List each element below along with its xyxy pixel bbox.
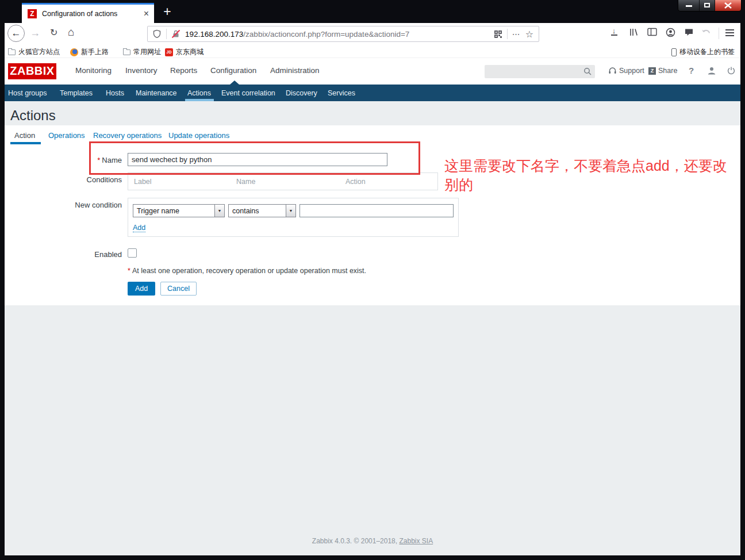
new-tab-button[interactable]: +: [160, 5, 175, 20]
back-button[interactable]: ←: [7, 25, 25, 42]
browser-tab[interactable]: Z Configuration of actions ×: [22, 3, 154, 23]
forward-button[interactable]: →: [30, 27, 40, 39]
tab-action[interactable]: Action: [14, 131, 35, 140]
chat-bubble-icon[interactable]: [684, 28, 694, 39]
page-actions-icon[interactable]: ⋯: [512, 29, 521, 39]
reload-button[interactable]: ↻: [50, 27, 57, 38]
urlbar-divider: [507, 29, 508, 39]
subnav-actions[interactable]: Actions: [187, 89, 211, 97]
add-button[interactable]: Add: [128, 282, 155, 296]
cancel-button[interactable]: Cancel: [160, 282, 197, 296]
support-label: Support: [619, 67, 644, 75]
bookmark-label: 火狐官方站点: [18, 47, 60, 57]
required-note: *At least one operation, recovery operat…: [128, 267, 366, 275]
required-asterisk: *: [128, 267, 130, 275]
firefox-icon: [70, 48, 78, 56]
mobile-bookmarks-item[interactable]: 移动设备上的书签: [671, 47, 735, 57]
condition-operator-value: contains: [229, 207, 286, 215]
conditions-header-name: Name: [236, 178, 255, 186]
search-icon: [583, 67, 592, 76]
condition-operator-select[interactable]: contains ▼: [228, 204, 296, 217]
bookmark-item[interactable]: JD 京东商城: [165, 47, 203, 57]
bookmark-star-icon[interactable]: ☆: [525, 29, 533, 40]
active-menu-notch: [230, 80, 239, 85]
subnav-services[interactable]: Services: [328, 89, 355, 97]
tab-update-operations[interactable]: Update operations: [168, 131, 229, 140]
url-path: /zabbix/actionconf.php?form=update&actio…: [243, 30, 409, 39]
qr-scan-icon[interactable]: [494, 30, 502, 39]
condition-type-value: Trigger name: [133, 207, 214, 215]
chevron-down-icon: ▼: [286, 205, 295, 217]
add-condition-link[interactable]: Add: [133, 224, 145, 232]
page-content: Actions Action Operations Recovery opera…: [5, 101, 740, 555]
global-search-input[interactable]: [485, 65, 595, 78]
annotation-highlight-box: [89, 141, 420, 175]
help-icon[interactable]: ?: [689, 66, 694, 75]
toolbar-divider: [719, 28, 719, 39]
library-icon[interactable]: [629, 28, 639, 39]
share-link[interactable]: Z Share: [648, 67, 677, 75]
minimize-button[interactable]: [678, 0, 700, 11]
folder-icon: [123, 49, 130, 55]
url-text[interactable]: 192.168.200.173/zabbix/actionconf.php?fo…: [185, 30, 409, 39]
tab-recovery-operations[interactable]: Recovery operations: [93, 131, 162, 140]
bookmark-item[interactable]: 常用网址: [123, 47, 161, 57]
enabled-checkbox[interactable]: [128, 248, 137, 258]
tracking-protection-shield-icon[interactable]: [152, 29, 162, 39]
home-button[interactable]: ⌂: [68, 26, 74, 39]
folder-icon: [8, 49, 16, 55]
jd-logo-icon: JD: [165, 48, 173, 56]
undo-sync-icon[interactable]: [701, 28, 711, 39]
zabbix-share-icon: Z: [648, 67, 656, 75]
bookmark-item[interactable]: 火狐官方站点: [8, 47, 60, 57]
subnav-hosts[interactable]: Hosts: [106, 89, 124, 97]
browser-chrome: ← → ↻ ⌂ 192.168.200.173/zabbix/actioncon…: [5, 23, 740, 57]
zabbix-subnav: Host groups Templates Hosts Maintenance …: [5, 85, 740, 101]
nav-administration[interactable]: Administration: [270, 66, 320, 75]
support-link[interactable]: Support: [608, 67, 644, 75]
zabbix-favicon-icon: Z: [28, 9, 37, 18]
subnav-templates[interactable]: Templates: [60, 89, 93, 97]
enabled-label: Enabled: [39, 250, 122, 259]
nav-reports[interactable]: Reports: [170, 66, 197, 75]
subnav-discovery[interactable]: Discovery: [286, 89, 317, 97]
page-title: Actions: [10, 108, 56, 124]
new-condition-label: New condition: [28, 201, 122, 209]
share-label: Share: [658, 67, 677, 75]
nav-configuration[interactable]: Configuration: [210, 66, 256, 75]
new-condition-box: Trigger name ▼ contains ▼ Add: [128, 198, 459, 237]
user-profile-icon[interactable]: [707, 66, 716, 78]
downloads-icon[interactable]: ↓: [609, 28, 619, 36]
account-icon[interactable]: [666, 28, 675, 40]
headset-icon: [608, 67, 617, 75]
insecure-lock-icon[interactable]: [171, 29, 181, 39]
condition-value-input[interactable]: [299, 204, 454, 217]
sidebar-icon[interactable]: [647, 28, 657, 39]
footer-link[interactable]: Zabbix SIA: [399, 537, 433, 545]
urlbar-divider: [166, 29, 167, 39]
nav-monitoring[interactable]: Monitoring: [75, 66, 112, 75]
subnav-host-groups[interactable]: Host groups: [8, 89, 47, 97]
logout-power-icon[interactable]: [727, 66, 736, 78]
close-button[interactable]: [715, 0, 741, 11]
annotation-text: 这里需要改下名字，不要着急点add，还要改别的: [444, 156, 741, 194]
menu-hamburger-icon[interactable]: [725, 29, 734, 38]
condition-type-select[interactable]: Trigger name ▼: [133, 204, 225, 217]
conditions-header-action: Action: [345, 178, 366, 186]
bookmark-item[interactable]: 新手上路: [70, 47, 109, 57]
footer: Zabbix 4.0.3. © 2001–2018, Zabbix SIA: [5, 537, 740, 545]
window-controls: [678, 0, 742, 11]
zabbix-logo[interactable]: ZABBIX: [8, 63, 56, 79]
conditions-label: Conditions: [39, 175, 122, 184]
tab-operations[interactable]: Operations: [48, 131, 85, 140]
zabbix-header: ZABBIX Monitoring Inventory Reports Conf…: [5, 57, 740, 85]
subnav-maintenance[interactable]: Maintenance: [136, 89, 177, 97]
subnav-event-correlation[interactable]: Event correlation: [221, 89, 275, 97]
footer-text: Zabbix 4.0.3. © 2001–2018,: [312, 537, 400, 545]
tab-active-underline: [10, 142, 41, 144]
tab-close-icon[interactable]: ×: [144, 9, 149, 18]
url-bar[interactable]: 192.168.200.173/zabbix/actionconf.php?fo…: [147, 26, 539, 42]
nav-inventory[interactable]: Inventory: [125, 66, 158, 75]
maximize-button[interactable]: [700, 0, 715, 11]
phone-icon: [671, 48, 677, 56]
